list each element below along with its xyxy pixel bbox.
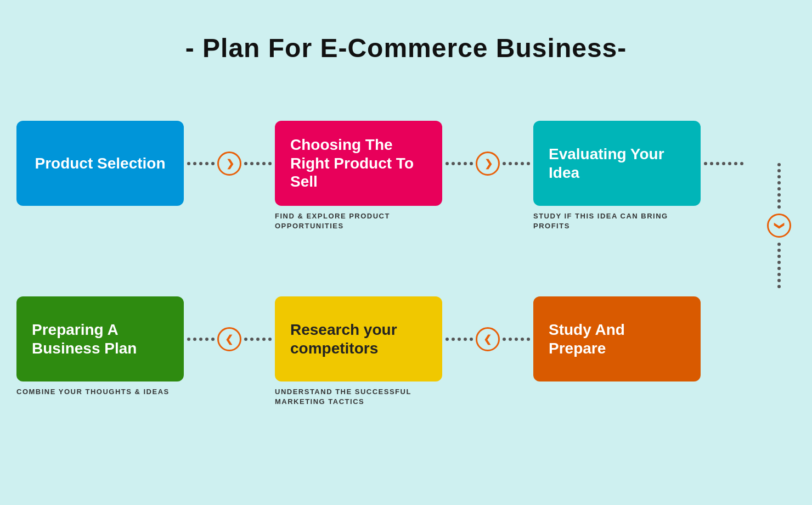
box4-label: Preparing A Business Plan: [32, 321, 168, 357]
arrow-down: ❯: [767, 214, 791, 238]
box-product-selection: Product Selection: [16, 121, 184, 206]
box6-label: Study And Prepare: [549, 321, 685, 357]
connector-5-6: ❮: [446, 327, 530, 351]
row2: Preparing A Business Plan COMBINE YOUR T…: [16, 296, 796, 381]
arrow-right-2: ❯: [476, 152, 500, 176]
connector-3-down-h: [704, 162, 743, 165]
page-title: - Plan For E-Commerce Business-: [0, 0, 812, 63]
row1: Product Selection ❯ Choosing The Right P…: [16, 121, 796, 206]
box2-subtitle: FIND & EXPLORE PRODUCT OPPORTUNITIES: [275, 211, 439, 231]
box-choosing-product: Choosing The Right Product To Sell: [275, 121, 442, 206]
box5-label: Research your competitors: [290, 321, 427, 357]
arrow-left-1: ❮: [217, 327, 241, 351]
box5-subtitle: UNDERSTAND THE SUCCESSFUL MARKETING TACT…: [275, 387, 439, 407]
box1-label: Product Selection: [35, 154, 165, 173]
box3-label: Evaluating Your Idea: [549, 145, 685, 182]
box-business-plan: Preparing A Business Plan: [16, 296, 184, 381]
box-study-prepare: Study And Prepare: [533, 296, 701, 381]
connector-2-3: ❯: [446, 152, 530, 176]
arrow-left-2: ❮: [476, 327, 500, 351]
box-research-competitors: Research your competitors: [275, 296, 442, 381]
box2-label: Choosing The Right Product To Sell: [290, 136, 427, 191]
vertical-connector: ❯: [767, 163, 791, 288]
connector-1-2: ❯: [187, 152, 272, 176]
connector-4-5: ❮: [187, 327, 272, 351]
box4-subtitle: COMBINE YOUR THOUGHTS & IDEAS: [16, 387, 181, 397]
arrow-right-1: ❯: [217, 152, 241, 176]
box3-subtitle: STUDY IF THIS IDEA CAN BRING PROFITS: [533, 211, 698, 231]
box-evaluating-idea: Evaluating Your Idea: [533, 121, 701, 206]
